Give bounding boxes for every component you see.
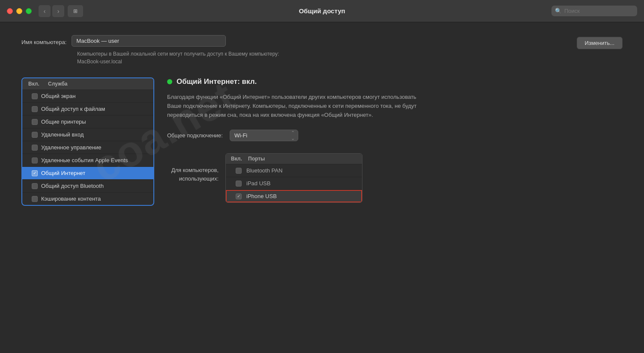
port-item-ipad-usb[interactable]: iPad USB	[226, 177, 362, 190]
computer-name-row: Имя компьютера:	[21, 35, 577, 47]
connection-label: Общее подключение:	[167, 132, 223, 139]
service-checkbox-apple-events[interactable]	[28, 157, 41, 163]
connection-row: Общее подключение: Wi-Fi ⌃⌄	[167, 130, 623, 141]
service-item-files[interactable]: Общий доступ к файлам	[22, 103, 153, 116]
close-button[interactable]	[7, 8, 13, 14]
port-checkbox-ipad-usb[interactable]	[231, 181, 246, 187]
service-label-files: Общий доступ к файлам	[41, 106, 105, 112]
maximize-button[interactable]	[26, 8, 32, 14]
services-header: Вкл. Служба	[22, 78, 153, 90]
ports-list: Bluetooth PAN iPad USB ✓ iPhone USB	[226, 164, 362, 202]
checkbox-icon	[32, 93, 38, 99]
status-title: Общий Интернет: вкл.	[177, 77, 257, 86]
service-checkbox-cache[interactable]	[28, 196, 41, 202]
checkbox-icon	[32, 145, 38, 151]
service-item-screen[interactable]: Общий экран	[22, 90, 153, 103]
for-computers-label: Для компьютеров, использующих:	[167, 153, 219, 183]
service-checkbox-printers[interactable]	[28, 119, 41, 125]
service-item-cache[interactable]: Кэширование контента	[22, 193, 153, 205]
search-input[interactable]	[551, 6, 637, 16]
services-col-service: Служба	[48, 81, 147, 87]
port-checkbox-icon	[236, 181, 242, 187]
port-label-bluetooth-pan: Bluetooth PAN	[246, 167, 357, 174]
connection-select[interactable]: Wi-Fi	[230, 130, 298, 141]
computer-name-left: Имя компьютера: Компьютеры в Вашей локал…	[21, 35, 577, 65]
services-panel: Вкл. Служба Общий экран Общий доступ к ф…	[21, 77, 154, 206]
grid-button[interactable]: ⊞	[68, 5, 83, 17]
description-text: Благодаря функции «Общий Интернет» польз…	[167, 93, 424, 119]
checkbox-icon	[32, 183, 38, 189]
service-label-internet: Общий Интернет	[41, 170, 85, 176]
service-label-remote-mgmt: Удаленное управление	[41, 144, 101, 151]
change-button-wrapper: Изменить...	[577, 35, 623, 49]
change-button[interactable]: Изменить...	[577, 37, 623, 49]
service-checkbox-remote-mgmt[interactable]	[28, 145, 41, 151]
port-checkbox-bluetooth-pan[interactable]	[231, 168, 246, 174]
service-item-remote-login[interactable]: Удаленный вход	[22, 128, 153, 141]
titlebar: ‹ › ⊞ Общий доступ 🔍	[0, 0, 644, 22]
computer-name-sublabel: Компьютеры в Вашей локальной сети могут …	[77, 50, 291, 65]
for-computers-row: Для компьютеров, использующих: Вкл. Порт…	[167, 153, 623, 203]
port-checkbox-icon	[236, 168, 242, 174]
right-panel: Общий Интернет: вкл. Благодаря функции «…	[167, 77, 623, 203]
connection-select-wrapper: Wi-Fi ⌃⌄	[230, 130, 298, 141]
services-col-enabled: Вкл.	[28, 81, 48, 87]
port-label-iphone-usb: iPhone USB	[246, 193, 357, 199]
computer-name-input[interactable]	[72, 35, 226, 47]
back-button[interactable]: ‹	[39, 5, 51, 17]
service-checkbox-files[interactable]	[28, 106, 41, 112]
two-col-layout: Вкл. Служба Общий экран Общий доступ к ф…	[21, 77, 623, 206]
service-item-apple-events[interactable]: Удаленные события Apple Events	[22, 154, 153, 167]
service-checkbox-bluetooth[interactable]	[28, 183, 41, 189]
status-dot	[167, 79, 172, 84]
ports-header: Вкл. Порты	[226, 154, 362, 164]
checkbox-icon	[32, 157, 38, 163]
port-item-iphone-usb[interactable]: ✓ iPhone USB	[226, 190, 362, 202]
computer-name-section: Имя компьютера: Компьютеры в Вашей локал…	[21, 35, 623, 65]
computer-name-label: Имя компьютера:	[21, 36, 66, 45]
service-label-cache: Кэширование контента	[41, 196, 101, 202]
port-checkbox-icon: ✓	[236, 193, 242, 199]
ports-col-ports: Порты	[248, 156, 357, 162]
checkbox-icon	[32, 196, 38, 202]
checkbox-icon	[32, 106, 38, 112]
service-item-bluetooth[interactable]: Общий доступ Bluetooth	[22, 180, 153, 193]
window-title: Общий доступ	[299, 7, 345, 15]
service-item-printers[interactable]: Общие принтеры	[22, 116, 153, 128]
checkbox-icon: ✓	[32, 170, 38, 176]
port-item-bluetooth-pan[interactable]: Bluetooth PAN	[226, 164, 362, 177]
service-checkbox-screen[interactable]	[28, 93, 41, 99]
ports-col-enabled: Вкл.	[231, 156, 248, 162]
minimize-button[interactable]	[16, 8, 22, 14]
checkbox-icon	[32, 119, 38, 125]
service-checkbox-remote-login[interactable]	[28, 132, 41, 138]
port-label-ipad-usb: iPad USB	[246, 180, 357, 187]
main-content: Имя компьютера: Компьютеры в Вашей локал…	[0, 22, 644, 219]
service-label-printers: Общие принтеры	[41, 119, 86, 125]
status-row: Общий Интернет: вкл.	[167, 77, 623, 86]
services-list: Общий экран Общий доступ к файлам Общие …	[22, 90, 153, 205]
service-label-bluetooth: Общий доступ Bluetooth	[41, 183, 104, 189]
port-checkbox-iphone-usb[interactable]: ✓	[231, 193, 246, 199]
service-item-remote-mgmt[interactable]: Удаленное управление	[22, 141, 153, 154]
service-label-apple-events: Удаленные события Apple Events	[41, 157, 128, 163]
forward-button[interactable]: ›	[52, 5, 64, 17]
search-wrapper: 🔍	[551, 6, 637, 16]
service-checkbox-internet[interactable]: ✓	[28, 170, 41, 176]
ports-table: Вкл. Порты Bluetooth PAN iPad USB	[225, 153, 362, 203]
nav-buttons: ‹ › ⊞	[39, 5, 83, 17]
checkbox-icon	[32, 132, 38, 138]
service-item-internet[interactable]: ✓ Общий Интернет	[22, 167, 153, 180]
service-label-remote-login: Удаленный вход	[41, 131, 84, 138]
traffic-lights	[7, 8, 32, 14]
service-label-screen: Общий экран	[41, 93, 75, 99]
